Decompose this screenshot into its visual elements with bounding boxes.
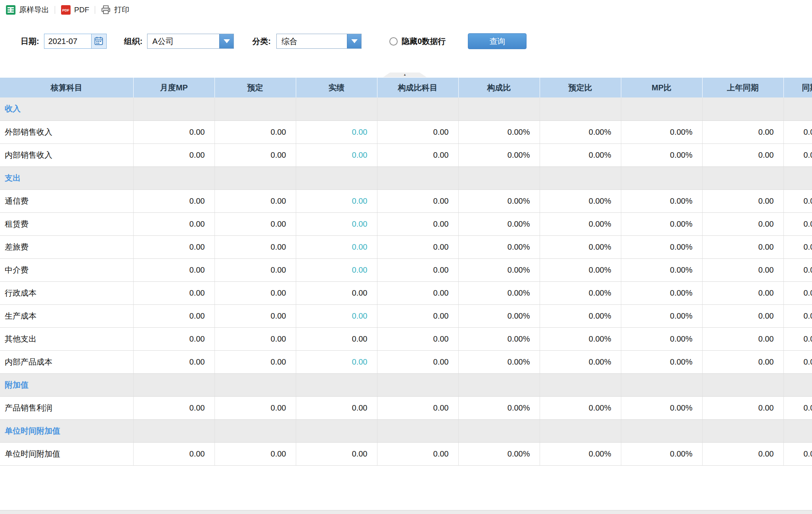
cell-value: 0.00% (540, 235, 621, 258)
table-row: 内部产品成本0.000.000.000.000.00%0.00%0.00%0.0… (0, 350, 812, 373)
table-row: 租赁费0.000.000.000.000.00%0.00%0.00%0.000.… (0, 212, 812, 235)
table-row: 内部销售收入0.000.000.000.000.00%0.00%0.00%0.0… (0, 143, 812, 166)
cell-value: 0.00 (214, 396, 296, 419)
empty-cell (458, 419, 540, 442)
radio-circle-icon[interactable] (389, 37, 398, 46)
horizontal-scrollbar[interactable] (0, 510, 812, 514)
cell-value: 0.00 (133, 327, 214, 350)
column-header: 构成比 (458, 78, 540, 97)
cell-value: 0.00 (133, 120, 214, 143)
calendar-button[interactable] (91, 34, 106, 48)
cell-value: 0.00 (702, 189, 783, 212)
cell-value: 0.00 (783, 189, 812, 212)
section-label: 支出 (0, 166, 133, 189)
empty-cell (540, 419, 621, 442)
table-row: 行政成本0.000.000.000.000.00%0.00%0.00%0.000… (0, 281, 812, 304)
cell-value: 0.00 (377, 304, 458, 327)
cell-value: 0.00% (540, 258, 621, 281)
cell-value: 0.00% (458, 258, 540, 281)
empty-cell (133, 97, 214, 120)
cell-value: 0.00% (458, 304, 540, 327)
cell-value: 0.00 (783, 212, 812, 235)
cell-value: 0.00% (621, 212, 702, 235)
svg-text:PDF: PDF (62, 8, 70, 12)
chevron-up-icon: ▲ (403, 73, 406, 76)
cell-value: 0.00 (214, 350, 296, 373)
cell-value: 0.00 (133, 212, 214, 235)
print-button[interactable]: 打印 (101, 5, 129, 15)
cell-value: 0.00 (783, 281, 812, 304)
column-header: 月度MP (133, 78, 214, 97)
collapse-panel-handle[interactable]: ▲ (383, 73, 427, 77)
cell-value: 0.00% (621, 350, 702, 373)
row-label: 产品销售利润 (0, 396, 133, 419)
chevron-down-icon[interactable] (347, 34, 361, 48)
report-table: 核算科目月度MP预定实绩构成比科目构成比预定比MP比上年同期同期比 收入外部销售… (0, 78, 812, 466)
row-label: 行政成本 (0, 281, 133, 304)
pdf-export-button[interactable]: PDF PDF (61, 5, 89, 15)
cell-value: 0.00% (621, 143, 702, 166)
cell-value: 0.00% (621, 235, 702, 258)
cell-value: 0.00 (783, 442, 812, 465)
row-label: 内部销售收入 (0, 143, 133, 166)
cell-value: 0.00% (621, 304, 702, 327)
cell-value: 0.00 (296, 143, 377, 166)
empty-cell (133, 373, 214, 396)
cell-value: 0.00 (296, 212, 377, 235)
cell-value: 0.00% (621, 281, 702, 304)
cell-value: 0.00% (540, 304, 621, 327)
empty-cell (377, 166, 458, 189)
cell-value: 0.00% (621, 327, 702, 350)
column-header: 预定 (214, 78, 296, 97)
date-input[interactable]: 2021-07 (44, 34, 107, 49)
cell-value: 0.00% (621, 442, 702, 465)
cell-value: 0.00 (214, 304, 296, 327)
organization-select[interactable]: A公司 (147, 34, 234, 49)
cell-value: 0.00% (540, 327, 621, 350)
empty-cell (296, 419, 377, 442)
empty-cell (377, 97, 458, 120)
section-row: 单位时间附加值 (0, 419, 812, 442)
cell-value: 0.00% (458, 120, 540, 143)
cell-value: 0.00% (458, 327, 540, 350)
cell-value: 0.00 (296, 189, 377, 212)
empty-cell (377, 419, 458, 442)
table-row: 单位时间附加值0.000.000.000.000.00%0.00%0.00%0.… (0, 442, 812, 465)
query-button[interactable]: 查询 (468, 33, 527, 49)
cell-value: 0.00% (540, 396, 621, 419)
cell-value: 0.00 (377, 442, 458, 465)
organization-value: A公司 (147, 36, 219, 47)
cell-value: 0.00 (296, 396, 377, 419)
category-select[interactable]: 综合 (276, 34, 362, 49)
chevron-down-icon[interactable] (219, 34, 234, 48)
cell-value: 0.00% (540, 350, 621, 373)
cell-value: 0.00% (540, 189, 621, 212)
cell-value: 0.00 (133, 304, 214, 327)
empty-cell (702, 97, 783, 120)
empty-cell (621, 373, 702, 396)
hide-zero-rows-radio[interactable]: 隐藏0数据行 (389, 36, 446, 47)
cell-value: 0.00 (296, 120, 377, 143)
cell-value: 0.00% (458, 442, 540, 465)
empty-cell (702, 373, 783, 396)
cell-value: 0.00 (783, 304, 812, 327)
export-original-button[interactable]: 原样导出 (6, 5, 49, 15)
cell-value: 0.00% (458, 189, 540, 212)
organization-label: 组织: (124, 36, 143, 47)
date-value[interactable]: 2021-07 (44, 37, 91, 46)
cell-value: 0.00 (702, 396, 783, 419)
section-row: 支出 (0, 166, 812, 189)
cell-value: 0.00 (377, 212, 458, 235)
cell-value: 0.00 (296, 304, 377, 327)
cell-value: 0.00 (133, 258, 214, 281)
cell-value: 0.00% (458, 212, 540, 235)
cell-value: 0.00 (783, 350, 812, 373)
row-label: 单位时间附加值 (0, 442, 133, 465)
cell-value: 0.00% (621, 396, 702, 419)
cell-value: 0.00 (214, 327, 296, 350)
cell-value: 0.00 (702, 281, 783, 304)
empty-cell (296, 97, 377, 120)
row-label: 外部销售收入 (0, 120, 133, 143)
table-row: 通信费0.000.000.000.000.00%0.00%0.00%0.000.… (0, 189, 812, 212)
cell-value: 0.00% (540, 281, 621, 304)
